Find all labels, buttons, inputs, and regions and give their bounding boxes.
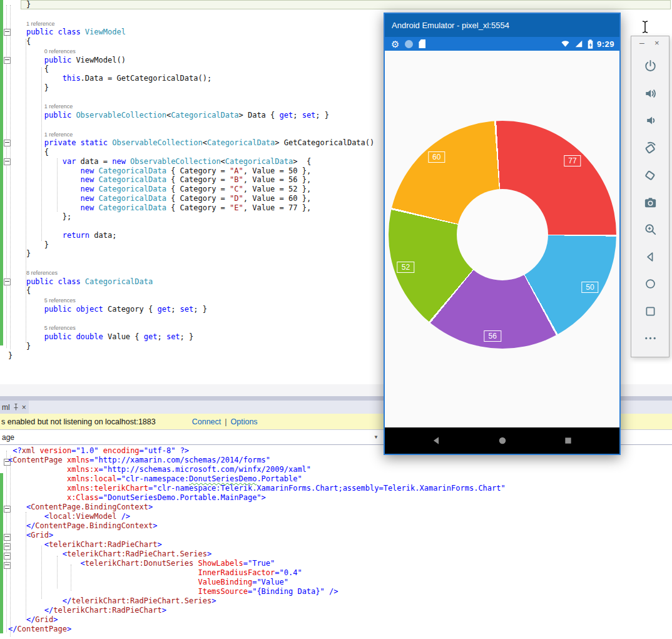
code-token: </: [63, 596, 71, 605]
code-token: , Value = 56 },: [243, 175, 311, 184]
code-token: public: [44, 332, 71, 341]
code-token: { Category =: [166, 203, 230, 212]
code-line: <Grid>: [8, 531, 506, 540]
code-token: [8, 521, 26, 530]
code-token: [8, 484, 67, 493]
code-token: [8, 56, 44, 64]
code-line: 0 references: [8, 46, 374, 56]
code-token: this: [63, 74, 81, 83]
code-token: [94, 185, 98, 193]
volume-down-button[interactable]: [631, 107, 669, 135]
home-button[interactable]: [631, 270, 669, 298]
code-token: { Category =: [166, 175, 230, 184]
fold-toggle[interactable]: [4, 140, 11, 146]
zoom-button[interactable]: [631, 216, 669, 243]
minimize-button[interactable]: –: [639, 38, 644, 48]
connect-link[interactable]: Connect: [192, 417, 221, 426]
code-token: [94, 203, 98, 212]
code-token: [53, 277, 58, 286]
code-line: public ObservableCollection<CategoricalD…: [8, 111, 374, 120]
document-tab[interactable]: ml ×: [0, 401, 29, 414]
code-token: 1 reference: [26, 21, 55, 27]
code-token: [8, 101, 44, 110]
code-token: =: [140, 446, 144, 455]
code-token: ValueBinding: [198, 578, 252, 586]
back-button[interactable]: [431, 435, 442, 446]
code-token: set: [302, 111, 316, 120]
xaml-code: <?xml version="1.0" encoding="utf-8" ?><…: [8, 446, 506, 634]
code-line: ItemsSource="{Binding Data}" />: [8, 587, 506, 596]
code-token: [63, 456, 67, 464]
code-token: "http://xamarin.com/schemas/2014/forms": [94, 456, 270, 464]
code-token: { Category =: [166, 166, 230, 175]
code-token: [8, 596, 63, 605]
code-token: xmlns:telerikChart: [67, 484, 148, 493]
power-button[interactable]: [631, 53, 669, 80]
code-line: 5 references: [8, 295, 374, 305]
code-token: [76, 138, 80, 147]
code-token: ContentPage: [13, 456, 62, 464]
code-token: >: [67, 625, 71, 633]
code-token: }: [8, 83, 49, 92]
code-token: =: [116, 474, 121, 483]
fold-toggle[interactable]: [4, 57, 11, 64]
more-button[interactable]: [631, 325, 669, 352]
code-token: CategoricalData: [85, 277, 153, 286]
code-token: "Value": [257, 578, 288, 586]
code-token: > Data {: [239, 111, 280, 120]
dropdown-value: age: [2, 433, 14, 442]
pin-icon[interactable]: [13, 404, 19, 411]
code-token: </: [44, 606, 53, 615]
code-token: [8, 194, 81, 203]
close-tab-icon[interactable]: ×: [22, 403, 26, 412]
notification-message: s enabled but not listening on localhost…: [0, 417, 156, 426]
code-token: =: [99, 493, 103, 502]
code-token: [8, 185, 81, 193]
overview-button[interactable]: [631, 298, 669, 325]
slice-label: 50: [581, 282, 598, 293]
code-token: >: [211, 596, 216, 605]
home-button[interactable]: [497, 435, 508, 446]
code-token: InnerRadiusFactor: [198, 568, 275, 577]
code-token: 5 references: [44, 297, 76, 304]
code-token: new: [81, 166, 94, 175]
code-line: new CategoricalData { Category = "A", Va…: [8, 166, 374, 176]
rotate-left-button[interactable]: [631, 135, 669, 162]
code-token: >: [157, 540, 161, 549]
code-token: <: [44, 512, 49, 521]
code-token: get: [157, 305, 171, 314]
screenshot-button[interactable]: [631, 189, 669, 217]
emulator-screen: 7750565260: [385, 51, 619, 427]
code-token: [8, 540, 44, 549]
code-token: "A": [230, 166, 243, 175]
emulator-title-bar[interactable]: Android Emulator - pixel_xl:5554: [385, 14, 619, 37]
code-token: [8, 503, 26, 511]
slice-label: 56: [484, 330, 501, 342]
code-token: CategoricalData: [99, 203, 166, 212]
chevron-down-icon[interactable]: ▼: [374, 434, 379, 440]
fold-toggle[interactable]: [4, 279, 11, 285]
rotate-right-button[interactable]: [631, 161, 669, 189]
code-token: {: [8, 64, 49, 73]
recents-button[interactable]: [563, 436, 573, 446]
fold-toggle[interactable]: [4, 29, 11, 36]
code-token: </: [26, 615, 35, 624]
code-token: 0 references: [44, 48, 76, 54]
code-token: { Category =: [166, 194, 230, 203]
code-token: ;: [157, 332, 166, 341]
close-button[interactable]: ×: [654, 38, 659, 48]
code-token: 8 references: [26, 270, 58, 276]
volume-up-button[interactable]: [631, 80, 669, 108]
code-token: telerikChart:RadPieChart: [49, 540, 157, 549]
ide-screen: { "ide": { "top_editor": { "lines": [ {"…: [0, 0, 672, 639]
code-token: ItemsSource: [198, 587, 247, 596]
options-link[interactable]: Options: [231, 417, 258, 426]
code-token: xml: [22, 446, 36, 455]
code-token: "utf-8": [144, 446, 176, 455]
change-tracking-bar: [0, 0, 3, 345]
code-token: public: [26, 277, 53, 286]
back-button[interactable]: [631, 243, 669, 271]
fold-toggle[interactable]: [4, 158, 11, 165]
code-token: telerikChart:RadPieChart: [53, 606, 161, 615]
code-token: static: [81, 138, 108, 147]
